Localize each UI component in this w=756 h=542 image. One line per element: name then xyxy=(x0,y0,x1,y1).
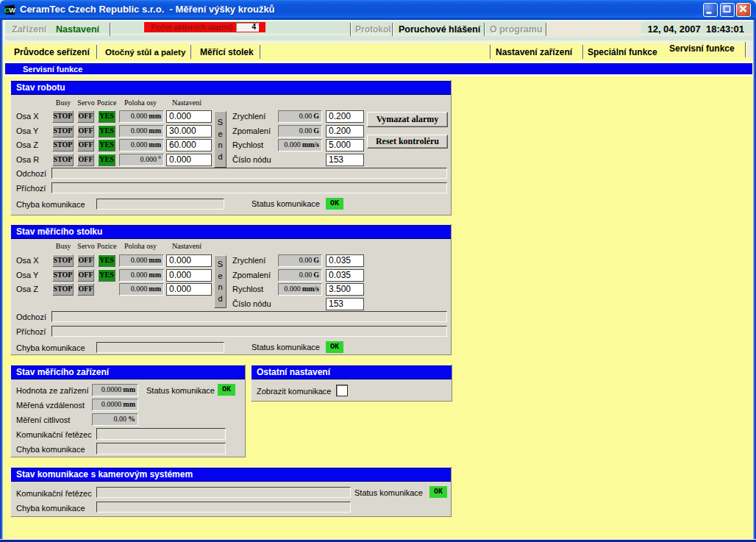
svg-text:W: W xyxy=(9,6,15,14)
